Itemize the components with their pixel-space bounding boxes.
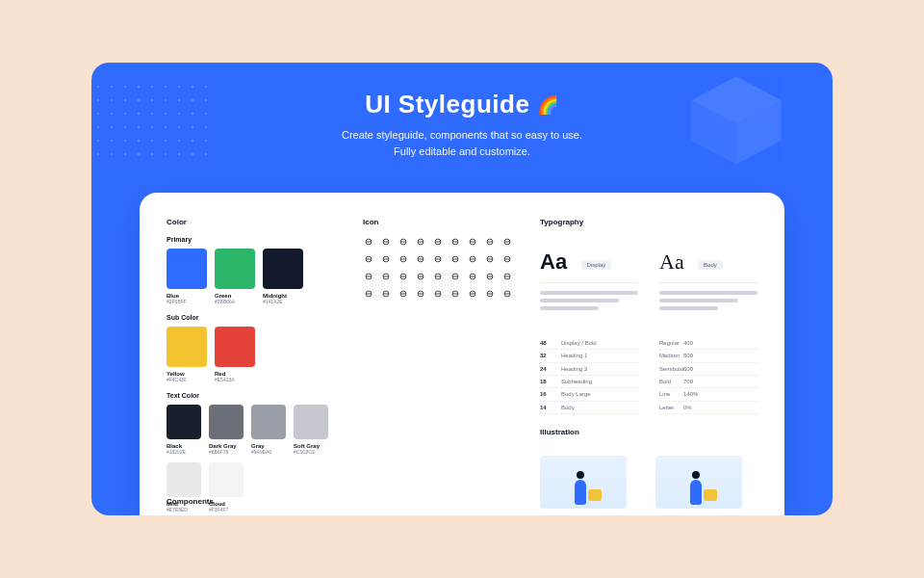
mail-icon[interactable] <box>415 236 426 248</box>
color-swatch[interactable]: Cloud#F3F4F7 <box>209 462 244 512</box>
font-sample-lines <box>540 282 638 310</box>
color-section: Color Primary Blue #2F6BFF Green #2BB66A… <box>167 218 340 515</box>
video-icon[interactable] <box>432 288 444 300</box>
type-name: Subheading <box>561 375 638 387</box>
minus-icon[interactable] <box>484 253 496 265</box>
color-swatch[interactable]: Gray#9A9EA6 <box>251 405 286 455</box>
share-icon[interactable] <box>432 271 444 282</box>
download-icon[interactable] <box>398 253 409 265</box>
person-icon <box>690 480 702 505</box>
filter-icon[interactable] <box>415 271 426 282</box>
star-icon[interactable] <box>501 236 513 248</box>
tag-icon[interactable] <box>501 288 513 300</box>
grid-icon[interactable] <box>398 271 409 282</box>
search-icon[interactable] <box>380 236 392 248</box>
swatch-hex: #E5423A <box>215 378 255 382</box>
page-title: UI Styleguide 🌈 <box>365 90 559 119</box>
color-group-sub-label: Sub Color <box>167 314 340 321</box>
bookmark-icon[interactable] <box>380 253 392 265</box>
type-size: 24 <box>540 362 561 375</box>
font-sample: Aa <box>659 250 684 275</box>
eye-icon[interactable] <box>501 271 513 282</box>
color-swatch[interactable]: Soft Gray#C5C8CE <box>294 405 328 455</box>
swatch-hex: #18202E <box>167 450 201 455</box>
rainbow-icon: 🌈 <box>537 94 559 116</box>
type-weight-value: 400 <box>683 337 757 350</box>
hero: UI Styleguide 🌈 Create styleguide, compo… <box>91 90 833 159</box>
lock-icon[interactable] <box>467 271 478 282</box>
person-icon <box>575 480 586 505</box>
type-weight-row: Letter0% <box>659 401 757 413</box>
page-subtitle: Create styleguide, components that so ea… <box>91 127 833 159</box>
type-scale-row: 18Subheading <box>540 375 638 387</box>
camera-icon[interactable] <box>398 288 409 300</box>
typography-section: Typography Aa Display Aa Body 48Display … <box>540 218 757 515</box>
swatch-hex: #9A9EA6 <box>251 450 286 455</box>
swatch-hex: #E7E9ED <box>167 508 201 512</box>
color-swatch[interactable]: Dark Gray#6B6F78 <box>209 405 244 455</box>
type-scale-right: Regular400Medium500Semibold600Bold700Lin… <box>659 337 757 414</box>
menu-icon[interactable] <box>380 271 392 282</box>
color-swatch[interactable]: Black#18202E <box>167 405 201 455</box>
icon-grid <box>363 236 517 300</box>
image-icon[interactable] <box>415 288 426 300</box>
color-swatch[interactable]: Blue #2F6BFF <box>167 249 207 304</box>
bell-icon[interactable] <box>398 236 409 248</box>
swatch-chip <box>294 405 328 439</box>
type-scale-row: 32Heading 1 <box>540 350 638 362</box>
settings-icon[interactable] <box>432 236 444 248</box>
upload-icon[interactable] <box>415 253 426 265</box>
swatch-hex: #2F6BFF <box>167 300 207 304</box>
primary-swatch-row: Blue #2F6BFF Green #2BB66A Midnight #141… <box>167 249 340 304</box>
type-scale-row: 14Body <box>540 401 638 413</box>
map-icon[interactable] <box>363 288 374 300</box>
section-title-typography: Typography <box>540 218 757 240</box>
chat-icon[interactable] <box>484 288 496 300</box>
trash-icon[interactable] <box>449 253 461 265</box>
styleguide-cover: UI Styleguide 🌈 Create styleguide, compo… <box>91 63 833 515</box>
type-weight-label: Letter <box>659 401 683 413</box>
swatch-hex: #2BB66A <box>215 300 255 304</box>
type-size: 48 <box>540 337 561 350</box>
font-card-primary[interactable]: Aa Display <box>540 250 638 328</box>
type-weight-value: 0% <box>683 401 757 413</box>
swatch-hex: #6B6F78 <box>209 450 244 455</box>
type-weight-label: Line <box>659 388 683 401</box>
check-icon[interactable] <box>501 253 513 265</box>
font-card-secondary[interactable]: Aa Body <box>659 250 757 328</box>
swatch-chip <box>167 249 207 289</box>
font-tag: Display <box>581 260 612 270</box>
swatch-chip <box>263 249 303 289</box>
user-icon[interactable] <box>449 236 461 248</box>
mic-icon[interactable] <box>449 288 461 300</box>
home-icon[interactable] <box>363 236 374 248</box>
type-weight-label: Medium <box>659 350 683 362</box>
close-icon[interactable] <box>363 271 374 282</box>
link-icon[interactable] <box>449 271 461 282</box>
edit-icon[interactable] <box>432 253 444 265</box>
type-scale-row: 24Heading 2 <box>540 362 638 375</box>
type-weight-row: Semibold600 <box>659 362 757 375</box>
styleguide-panel: Color Primary Blue #2F6BFF Green #2BB66A… <box>140 193 784 515</box>
swatch-chip <box>167 405 201 439</box>
font-sample: Aa <box>540 250 567 275</box>
calendar-icon[interactable] <box>467 236 478 248</box>
type-weight-value: 500 <box>683 350 757 362</box>
color-group-tone-label: Text Color <box>167 392 340 399</box>
color-swatch[interactable]: Green #2BB66A <box>215 249 255 304</box>
swatch-hex: #F3F4F7 <box>209 508 244 512</box>
clock-icon[interactable] <box>484 236 496 248</box>
unlock-icon[interactable] <box>484 271 496 282</box>
color-swatch[interactable]: Red #E5423A <box>215 327 255 382</box>
heart-icon[interactable] <box>363 253 374 265</box>
section-title-illustration: Illustration <box>540 428 757 450</box>
color-swatch[interactable]: Yellow #F4C430 <box>167 327 207 382</box>
plus-icon[interactable] <box>467 253 478 265</box>
phone-icon[interactable] <box>467 288 478 300</box>
type-weight-value: 600 <box>683 362 757 375</box>
color-swatch[interactable]: Midnight #141A2E <box>263 249 303 304</box>
illustration-thumbnail[interactable] <box>655 456 742 509</box>
type-weight-row: Regular400 <box>659 337 757 350</box>
illustration-thumbnail[interactable] <box>540 456 627 509</box>
pin-icon[interactable] <box>380 288 392 300</box>
